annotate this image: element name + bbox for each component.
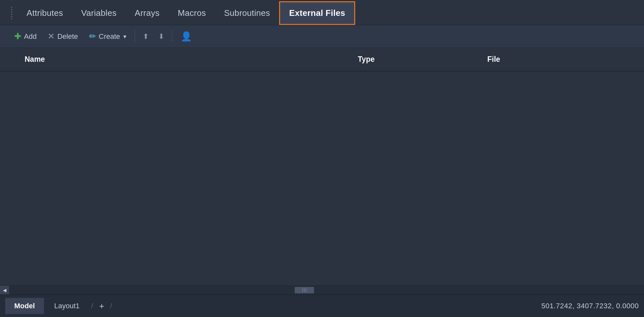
- table-body: [0, 71, 644, 285]
- create-button[interactable]: ✏ Create ▾: [85, 29, 131, 44]
- scrollbar-thumb[interactable]: [295, 287, 314, 293]
- bottom-separator-1: /: [91, 302, 93, 310]
- arrow-up-icon: ⬆: [143, 32, 149, 41]
- create-label: Create: [99, 32, 120, 41]
- add-label: Add: [24, 32, 37, 41]
- arrow-down-icon: ⬇: [158, 32, 164, 41]
- tab-bar: Attributes Variables Arrays Macros Subro…: [0, 0, 644, 25]
- drag-dot: [11, 9, 12, 10]
- tab-macros[interactable]: Macros: [169, 1, 215, 25]
- main-container: Attributes Variables Arrays Macros Subro…: [0, 0, 644, 317]
- col-selector: [0, 52, 19, 66]
- dropdown-arrow-icon: ▾: [123, 33, 126, 40]
- tab-arrays[interactable]: Arrays: [126, 1, 169, 25]
- bottom-tab-model[interactable]: Model: [5, 298, 44, 314]
- scrollbar-track[interactable]: [9, 286, 644, 294]
- table-header: Name Type File: [0, 48, 644, 71]
- drag-dot: [11, 14, 12, 15]
- thumb-line: [306, 288, 306, 292]
- user-icon: 👤: [181, 31, 192, 42]
- tab-variables[interactable]: Variables: [72, 1, 126, 25]
- move-up-button[interactable]: ⬆: [139, 30, 153, 43]
- user-button[interactable]: 👤: [176, 28, 197, 44]
- drag-handle: [10, 1, 16, 25]
- drag-dot: [11, 18, 12, 19]
- col-name: Name: [19, 52, 353, 66]
- tab-subroutines[interactable]: Subroutines: [215, 1, 279, 25]
- toolbar-separator: [135, 31, 135, 42]
- toolbar: ✚ Add ✕ Delete ✏ Create ▾ ⬆ ⬇ 👤: [0, 25, 644, 48]
- bottom-bar: Model Layout1 / + / 501.7242, 3407.7232,…: [0, 294, 644, 317]
- delete-button[interactable]: ✕ Delete: [43, 29, 83, 44]
- move-down-button[interactable]: ⬇: [154, 30, 168, 43]
- col-type: Type: [353, 52, 482, 66]
- thumb-line: [302, 288, 303, 292]
- scroll-left-button[interactable]: ◀: [0, 286, 9, 295]
- add-tab-button[interactable]: +: [95, 299, 109, 313]
- pencil-icon: ✏: [89, 31, 96, 41]
- drag-dot: [11, 16, 12, 17]
- add-button[interactable]: ✚ Add: [10, 29, 41, 44]
- drag-dot: [11, 7, 12, 8]
- coordinates-display: 501.7242, 3407.7232, 0.0000: [541, 302, 639, 310]
- tab-external-files[interactable]: External Files: [279, 1, 355, 25]
- col-file: File: [482, 52, 644, 66]
- close-icon: ✕: [48, 31, 55, 41]
- table-container: Name Type File: [0, 48, 644, 285]
- tab-attributes[interactable]: Attributes: [17, 1, 72, 25]
- drag-dot: [11, 11, 12, 13]
- plus-icon: ✚: [14, 31, 21, 41]
- thumb-line: [304, 288, 305, 292]
- bottom-tab-layout1[interactable]: Layout1: [45, 298, 89, 314]
- horizontal-scrollbar[interactable]: ◀: [0, 285, 644, 294]
- toolbar-separator-2: [172, 31, 172, 42]
- delete-label: Delete: [57, 32, 78, 41]
- bottom-separator-2: /: [110, 302, 112, 310]
